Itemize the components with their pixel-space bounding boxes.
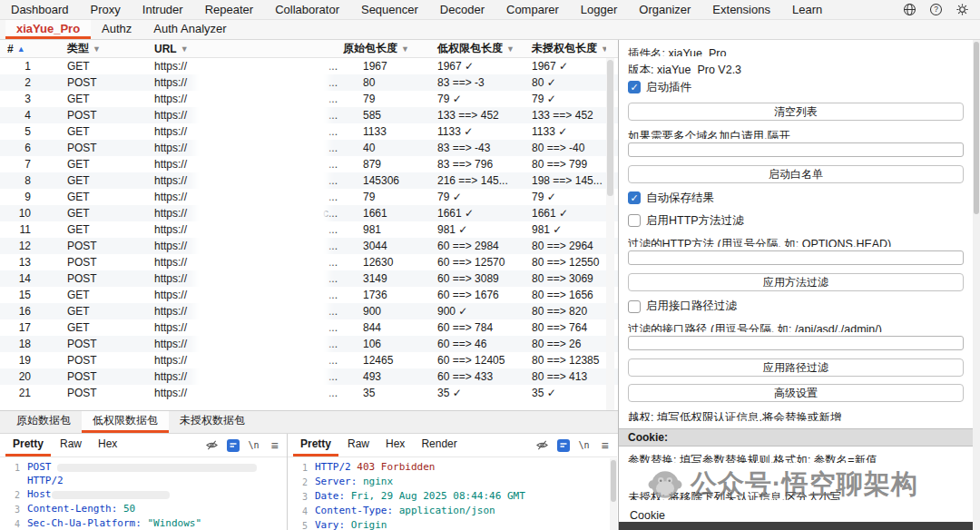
whitelist-input[interactable] xyxy=(628,142,964,157)
menu-item[interactable]: Collaborator xyxy=(275,3,339,16)
checkbox-checked-icon: ✓ xyxy=(628,81,641,93)
row-lowpriv-length: 35 ✓ xyxy=(434,387,528,399)
unauth-cookie-item[interactable]: Cookie xyxy=(630,509,964,522)
filter-icon[interactable]: ▼ xyxy=(181,44,189,54)
menu-item[interactable]: Decoder xyxy=(440,3,485,16)
col-header-lowpriv-length[interactable]: 低权限包长度▼ xyxy=(434,41,528,56)
row-method: GET xyxy=(40,305,127,318)
row-method: POST xyxy=(40,338,127,350)
packet-tab-bar: 原始数据包低权限数据包未授权数据包 xyxy=(0,410,618,434)
http-method-filter-checkbox[interactable]: 启用HTTP方法过滤 xyxy=(628,213,964,229)
advanced-settings-button[interactable]: 高级设置 xyxy=(628,384,964,402)
extension-tab[interactable]: xiaYue_Pro xyxy=(5,20,91,39)
row-method: GET xyxy=(40,223,127,236)
settings-gear-icon[interactable] xyxy=(955,3,969,17)
checkbox-label: 启用HTTP方法过滤 xyxy=(646,213,744,229)
row-lowpriv-length: 216 ==> 145... xyxy=(434,174,528,187)
checkbox-checked-icon: ✓ xyxy=(628,191,641,204)
col-header-type[interactable]: 类型▼ xyxy=(40,41,127,56)
response-content[interactable]: 1HTTP/2 403 Forbidden2Server: nginx3Date… xyxy=(288,457,617,530)
filter-icon[interactable]: ▼ xyxy=(93,44,101,54)
menu-item[interactable]: Repeater xyxy=(205,3,253,16)
row-method: POST xyxy=(40,142,127,154)
clear-list-button[interactable]: 清空列表 xyxy=(628,103,964,121)
row-method: GET xyxy=(40,321,127,334)
row-orig-length: 79 xyxy=(343,93,434,105)
help-icon[interactable]: ? xyxy=(928,3,943,17)
menu-item[interactable]: Sequencer xyxy=(361,3,418,16)
row-orig-length: 879 xyxy=(343,158,434,171)
row-orig-length: 106 xyxy=(343,338,434,350)
response-scrollbar[interactable] xyxy=(610,458,617,530)
eye-hidden-icon[interactable] xyxy=(205,438,219,452)
menu-item[interactable]: Logger xyxy=(581,3,617,16)
linebreak-icon[interactable]: \n xyxy=(577,438,591,452)
row-unauth-length: 80 ==> 12550 xyxy=(528,256,606,269)
menu-item[interactable]: Comparer xyxy=(506,3,559,16)
start-plugin-checkbox[interactable]: ✓ 启动插件 xyxy=(628,80,964,95)
filter-icon[interactable]: ▼ xyxy=(506,44,514,54)
row-orig-length: 981 xyxy=(343,223,434,236)
menu-item[interactable]: Organizer xyxy=(639,3,691,16)
checkbox-unchecked-icon xyxy=(628,214,641,227)
col-header-index[interactable]: #▲ xyxy=(0,43,40,55)
eye-hidden-icon[interactable] xyxy=(535,438,549,452)
row-index: 21 xyxy=(0,387,40,399)
packet-tab[interactable]: 未授权数据包 xyxy=(169,411,256,433)
row-orig-length: 80 xyxy=(343,76,434,89)
editor-line: 4Sec-Ch-Ua-Platform: "Windows" xyxy=(5,516,283,530)
editor-view-tab[interactable]: Pretty xyxy=(5,434,51,456)
row-unauth-length: 80 ==> 764 xyxy=(528,321,606,334)
editor-view-tab[interactable]: Pretty xyxy=(293,434,338,456)
apply-method-filter-button[interactable]: 应用方法过滤 xyxy=(628,273,964,291)
extension-tab[interactable]: Auth Analyzer xyxy=(142,20,237,39)
globe-icon[interactable] xyxy=(902,3,916,17)
editor-menu-icon[interactable]: ≡ xyxy=(598,438,612,452)
request-content[interactable]: 1POST HTTP/22Host3Content-Length: 504Sec… xyxy=(0,457,287,530)
menu-item[interactable]: Dashboard xyxy=(11,3,69,16)
http-method-filter-input[interactable] xyxy=(628,250,964,265)
row-lowpriv-length: 1967 ✓ xyxy=(434,60,528,73)
menu-item[interactable]: Extensions xyxy=(712,3,770,16)
row-method: GET xyxy=(40,289,127,301)
editor-view-tab[interactable]: Hex xyxy=(378,434,412,456)
row-index: 11 xyxy=(0,223,40,236)
col-header-url[interactable]: URL▼ xyxy=(127,43,343,55)
linebreak-icon[interactable]: \n xyxy=(247,438,260,452)
param-replace-hint: 参数替换: 填写参数替换规则,格式如: 参数名=新值 xyxy=(628,453,964,463)
pretty-print-icon[interactable] xyxy=(226,438,240,452)
path-filter-input[interactable] xyxy=(628,336,964,350)
editor-view-tab[interactable]: Raw xyxy=(53,434,89,456)
row-method: GET xyxy=(40,125,127,138)
checkbox-label: 自动保存结果 xyxy=(646,191,714,206)
filter-icon[interactable]: ▼ xyxy=(401,44,409,54)
panel-scrollbar[interactable] xyxy=(973,40,980,530)
row-orig-length: 1661 xyxy=(343,207,434,220)
extension-tab[interactable]: Authz xyxy=(91,20,142,39)
start-whitelist-button[interactable]: 启动白名单 xyxy=(628,165,964,183)
editor-view-tab[interactable]: Raw xyxy=(340,434,377,456)
col-header-orig-length[interactable]: 原始包长度▼ xyxy=(343,41,434,56)
row-method: POST xyxy=(40,387,127,399)
editor-view-tab[interactable]: Render xyxy=(414,434,464,456)
row-unauth-length: 1661 ✓ xyxy=(528,207,606,220)
editor-line: 2Server: nginx xyxy=(293,475,613,489)
path-filter-checkbox[interactable]: 启用接口路径过滤 xyxy=(628,299,964,314)
packet-tab[interactable]: 低权限数据包 xyxy=(82,411,169,433)
response-editor: PrettyRawHexRender \n ≡ xyxy=(288,434,617,530)
filter-icon[interactable]: ▼ xyxy=(601,44,606,54)
packet-tab[interactable]: 原始数据包 xyxy=(5,411,82,433)
editor-menu-icon[interactable]: ≡ xyxy=(268,438,281,452)
editor-view-tab[interactable]: Hex xyxy=(91,434,124,456)
row-lowpriv-length: 79 ✓ xyxy=(434,93,528,105)
table-scrollbar[interactable] xyxy=(606,58,614,410)
menu-item[interactable]: Proxy xyxy=(91,3,121,16)
menu-item[interactable]: Intruder xyxy=(142,3,183,16)
row-orig-length: 1967 xyxy=(343,60,434,73)
menu-item[interactable]: Learn xyxy=(792,3,822,16)
pretty-print-icon[interactable] xyxy=(556,438,570,452)
col-header-unauth-length[interactable]: 未授权包长度▼ xyxy=(528,41,606,56)
auto-save-checkbox[interactable]: ✓ 自动保存结果 xyxy=(628,191,964,206)
response-editor-toolbar: PrettyRawHexRender \n ≡ xyxy=(288,434,617,457)
apply-path-filter-button[interactable]: 应用路径过滤 xyxy=(628,358,964,377)
